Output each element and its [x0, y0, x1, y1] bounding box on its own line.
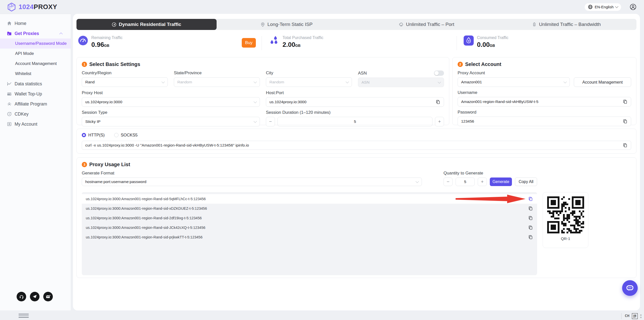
account-management-button[interactable]: Account Management [574, 77, 631, 87]
copy-icon[interactable] [435, 99, 440, 104]
state-label: State/Province [174, 70, 202, 76]
top-bar: 1024PROXY EN-English [0, 0, 644, 14]
sidebar-item-label: CDKey [15, 112, 28, 117]
subitem-label: Whitelist [15, 71, 31, 76]
proxy-account-select[interactable]: Amazon001 [458, 77, 570, 87]
duration-decrement-button[interactable]: − [266, 117, 275, 126]
radio-socks5[interactable]: SOCKS5 [114, 133, 138, 137]
tab-long-term-static-isp[interactable]: Long-Term Static ISP [217, 19, 357, 30]
select-account-card: 2 Select Account Proxy Account Amazon001… [452, 57, 636, 125]
sidebar-subitem-whitelist[interactable]: Whitelist [0, 69, 71, 79]
ime-language[interactable]: CH [625, 314, 629, 318]
sidebar-subitem-username-password-mode[interactable]: Username/Password Mode [0, 39, 71, 49]
main-panel: Dynamic Residential Traffic Long-Term St… [73, 14, 640, 310]
proxy-usage-header: 3 Proxy Usage List [82, 162, 631, 167]
taskbar-grip [621, 313, 622, 319]
quantity-input[interactable] [456, 178, 474, 186]
logo-text: 1024PROXY [19, 3, 57, 11]
copy-icon[interactable] [528, 216, 533, 221]
droplets-icon [269, 35, 279, 46]
asn-toggle[interactable] [434, 70, 444, 76]
cloud-icon [399, 22, 404, 27]
copy-icon[interactable] [528, 235, 533, 240]
live-chat-button[interactable] [622, 280, 638, 296]
session-type-select[interactable]: Sticky IP [82, 117, 260, 126]
proxy-list-row[interactable]: us.1024proxy.io:3000:Amazon001-region-Ra… [82, 223, 537, 232]
password-input[interactable] [461, 119, 623, 124]
subitem-label: API Mode [15, 51, 34, 56]
duration-increment-button[interactable]: + [435, 117, 444, 126]
telegram-icon[interactable] [30, 292, 39, 301]
basic-settings-header: 1 Select Basic Settings [82, 61, 444, 67]
proxy-host-select[interactable]: us.1024proxy.io:3000 [82, 97, 260, 107]
globe-icon [588, 5, 593, 9]
copy-icon[interactable] [623, 99, 628, 104]
proxy-list-row[interactable]: us.1024proxy.io:3000:Amazon001-region-Ra… [82, 232, 537, 242]
radio-unselected-icon [114, 133, 118, 137]
country-select[interactable]: Rand [82, 77, 168, 87]
username-input[interactable] [461, 99, 623, 104]
password-field [458, 117, 631, 126]
card-title: Select Account [465, 61, 501, 67]
sidebar-item-get-proxies[interactable]: Get Proxies [0, 28, 71, 39]
social-links [17, 292, 53, 301]
generate-button[interactable]: Generate [490, 177, 512, 186]
copy-icon[interactable] [623, 119, 628, 124]
host-port-field [266, 97, 444, 107]
sidebar-item-affiliate-program[interactable]: Affiliate Program [0, 99, 71, 109]
user-account-icon[interactable] [630, 4, 636, 10]
city-select[interactable]: Random [266, 77, 352, 87]
copy-icon[interactable] [528, 206, 533, 211]
state-select[interactable]: Random [174, 77, 260, 87]
curl-command-text[interactable]: curl -x us.1024proxy.io:3000 -U "Amazon0… [85, 143, 249, 148]
sidebar-item-wallet-top-up[interactable]: Wallet Top-Up [0, 89, 71, 99]
id-card-icon [7, 122, 12, 127]
copy-icon[interactable] [623, 143, 628, 148]
proxy-list-row[interactable]: us.1024proxy.io:3000:Amazon001-region-Ra… [82, 194, 537, 204]
session-duration-input[interactable] [278, 119, 432, 124]
copy-icon[interactable] [528, 225, 533, 230]
radio-selected-icon [82, 133, 86, 137]
radio-https[interactable]: HTTP(S) [82, 133, 105, 137]
country-label: Country/Region [82, 70, 111, 76]
card-title: Select Basic Settings [89, 61, 140, 67]
logo: 1024PROXY [7, 2, 57, 12]
stat-label: Remaining Traffic [91, 35, 123, 40]
sidebar-item-cdkey[interactable]: CDKey [0, 109, 71, 119]
host-port-input[interactable] [269, 100, 435, 104]
username-field [458, 97, 631, 106]
ime-indicator[interactable]: CH 拼 ou [621, 313, 641, 319]
radio-label: HTTP(S) [88, 133, 105, 137]
tab-unlimited-traffic-port[interactable]: Unlimited Traffic – Port [356, 19, 497, 30]
subitem-label: Username/Password Mode [15, 41, 67, 46]
tab-unlimited-traffic-bandwidth[interactable]: Unlimited Traffic – Bandwidth [497, 19, 637, 30]
quantity-decrement-button[interactable]: − [444, 177, 453, 186]
language-selector[interactable]: EN-English [585, 3, 621, 11]
support-headset-icon[interactable] [17, 292, 26, 301]
tab-label: Unlimited Traffic – Bandwidth [539, 22, 601, 27]
sidebar-item-my-account[interactable]: My Account [0, 119, 71, 129]
generate-format-select[interactable]: hostname:port:username:password [82, 177, 422, 186]
select-account-header: 2 Select Account [458, 61, 631, 67]
chevron-down-icon [438, 80, 441, 84]
chevron-down-icon [615, 5, 618, 8]
tab-dynamic-residential-traffic[interactable]: Dynamic Residential Traffic [76, 19, 217, 30]
sidebar-item-home[interactable]: Home [0, 18, 71, 28]
taskbar-icons: ou [640, 314, 641, 318]
sidebar-item-data-statistics[interactable]: Data statistics [0, 79, 71, 89]
copy-all-button[interactable]: Copy All [515, 177, 537, 186]
copy-icon[interactable] [528, 196, 533, 201]
sidebar-subitem-account-management[interactable]: Account Management [0, 59, 71, 69]
chevron-up-icon [59, 32, 63, 36]
quantity-increment-button[interactable]: + [478, 177, 487, 186]
email-icon[interactable] [43, 292, 53, 301]
hamburger-menu-icon[interactable] [19, 313, 29, 319]
product-tabs: Dynamic Residential Traffic Long-Term St… [76, 19, 636, 30]
asn-select[interactable]: ASN [358, 78, 444, 87]
proxy-list-row[interactable]: us.1024proxy.io:3000:Amazon001-region-Ra… [82, 213, 537, 223]
proxy-list-row[interactable]: us.1024proxy.io:3000:Amazon001-region-Ra… [82, 204, 537, 213]
sidebar-subitem-api-mode[interactable]: API Mode [0, 49, 71, 59]
buy-button[interactable]: Buy [242, 38, 256, 48]
tab-label: Unlimited Traffic – Port [406, 22, 454, 27]
ime-mode-badge[interactable]: 拼 [632, 313, 638, 319]
